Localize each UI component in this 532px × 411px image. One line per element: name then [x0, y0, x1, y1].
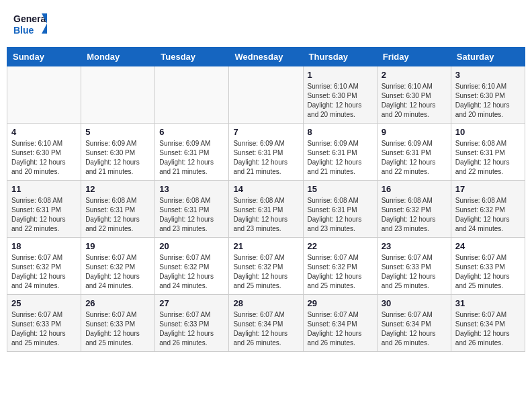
calendar-cell — [229, 66, 303, 124]
calendar-cell: 7Sunrise: 6:09 AM Sunset: 6:31 PM Daylig… — [229, 124, 303, 181]
calendar-cell: 1Sunrise: 6:10 AM Sunset: 6:30 PM Daylig… — [303, 66, 377, 124]
day-number: 7 — [233, 127, 298, 137]
day-number: 16 — [382, 184, 447, 194]
day-number: 4 — [11, 127, 77, 137]
week-row-1: 1Sunrise: 6:10 AM Sunset: 6:30 PM Daylig… — [7, 66, 525, 124]
week-row-4: 18Sunrise: 6:07 AM Sunset: 6:32 PM Dayli… — [7, 238, 525, 295]
calendar-cell: 3Sunrise: 6:10 AM Sunset: 6:30 PM Daylig… — [451, 66, 525, 124]
day-number: 9 — [382, 127, 447, 137]
day-info: Sunrise: 6:07 AM Sunset: 6:32 PM Dayligh… — [233, 253, 298, 291]
calendar-cell: 26Sunrise: 6:07 AM Sunset: 6:33 PM Dayli… — [81, 295, 155, 352]
day-number: 22 — [308, 241, 373, 251]
calendar-cell: 12Sunrise: 6:08 AM Sunset: 6:31 PM Dayli… — [81, 181, 155, 238]
day-info: Sunrise: 6:07 AM Sunset: 6:33 PM Dayligh… — [11, 310, 77, 348]
calendar-cell: 23Sunrise: 6:07 AM Sunset: 6:33 PM Dayli… — [377, 238, 451, 295]
day-info: Sunrise: 6:07 AM Sunset: 6:33 PM Dayligh… — [85, 310, 150, 348]
calendar-cell: 22Sunrise: 6:07 AM Sunset: 6:32 PM Dayli… — [303, 238, 377, 295]
day-number: 6 — [159, 127, 224, 137]
calendar-cell: 8Sunrise: 6:09 AM Sunset: 6:31 PM Daylig… — [303, 124, 377, 181]
day-number: 10 — [455, 127, 521, 137]
calendar-cell: 9Sunrise: 6:09 AM Sunset: 6:31 PM Daylig… — [377, 124, 451, 181]
calendar-cell — [7, 66, 81, 124]
calendar-cell: 28Sunrise: 6:07 AM Sunset: 6:34 PM Dayli… — [229, 295, 303, 352]
day-info: Sunrise: 6:07 AM Sunset: 6:32 PM Dayligh… — [159, 253, 224, 291]
calendar-cell: 5Sunrise: 6:09 AM Sunset: 6:30 PM Daylig… — [81, 124, 155, 181]
day-info: Sunrise: 6:07 AM Sunset: 6:34 PM Dayligh… — [455, 310, 521, 348]
calendar-cell: 18Sunrise: 6:07 AM Sunset: 6:32 PM Dayli… — [7, 238, 81, 295]
day-info: Sunrise: 6:09 AM Sunset: 6:31 PM Dayligh… — [233, 139, 298, 177]
day-number: 15 — [308, 184, 373, 194]
calendar-cell: 17Sunrise: 6:08 AM Sunset: 6:32 PM Dayli… — [451, 181, 525, 238]
logo-svg: GeneralBlue — [13, 10, 47, 37]
calendar-cell: 14Sunrise: 6:08 AM Sunset: 6:31 PM Dayli… — [229, 181, 303, 238]
calendar-cell: 31Sunrise: 6:07 AM Sunset: 6:34 PM Dayli… — [451, 295, 525, 352]
calendar-cell: 2Sunrise: 6:10 AM Sunset: 6:30 PM Daylig… — [377, 66, 451, 124]
calendar-cell — [155, 66, 229, 124]
day-number: 26 — [85, 298, 150, 308]
calendar-cell: 13Sunrise: 6:08 AM Sunset: 6:31 PM Dayli… — [155, 181, 229, 238]
day-info: Sunrise: 6:09 AM Sunset: 6:31 PM Dayligh… — [159, 139, 224, 177]
day-number: 19 — [85, 241, 150, 251]
day-number: 30 — [382, 298, 447, 308]
day-number: 13 — [159, 184, 224, 194]
day-info: Sunrise: 6:07 AM Sunset: 6:34 PM Dayligh… — [308, 310, 373, 348]
calendar-table: SundayMondayTuesdayWednesdayThursdayFrid… — [7, 47, 525, 352]
day-info: Sunrise: 6:10 AM Sunset: 6:30 PM Dayligh… — [308, 82, 373, 120]
day-number: 27 — [159, 298, 224, 308]
day-info: Sunrise: 6:08 AM Sunset: 6:31 PM Dayligh… — [233, 196, 298, 234]
day-number: 31 — [455, 298, 521, 308]
calendar-cell: 15Sunrise: 6:08 AM Sunset: 6:31 PM Dayli… — [303, 181, 377, 238]
weekday-header-tuesday: Tuesday — [155, 48, 229, 66]
day-info: Sunrise: 6:10 AM Sunset: 6:30 PM Dayligh… — [382, 82, 447, 120]
day-number: 17 — [455, 184, 521, 194]
calendar-cell: 24Sunrise: 6:07 AM Sunset: 6:33 PM Dayli… — [451, 238, 525, 295]
weekday-header-monday: Monday — [81, 48, 155, 66]
day-info: Sunrise: 6:08 AM Sunset: 6:31 PM Dayligh… — [85, 196, 150, 234]
calendar-cell: 16Sunrise: 6:08 AM Sunset: 6:32 PM Dayli… — [377, 181, 451, 238]
day-info: Sunrise: 6:09 AM Sunset: 6:31 PM Dayligh… — [308, 139, 373, 177]
day-number: 12 — [85, 184, 150, 194]
day-number: 14 — [233, 184, 298, 194]
day-number: 20 — [159, 241, 224, 251]
day-info: Sunrise: 6:08 AM Sunset: 6:32 PM Dayligh… — [455, 196, 521, 234]
calendar-cell: 19Sunrise: 6:07 AM Sunset: 6:32 PM Dayli… — [81, 238, 155, 295]
calendar-cell: 20Sunrise: 6:07 AM Sunset: 6:32 PM Dayli… — [155, 238, 229, 295]
day-number: 8 — [308, 127, 373, 137]
calendar-cell: 27Sunrise: 6:07 AM Sunset: 6:33 PM Dayli… — [155, 295, 229, 352]
day-info: Sunrise: 6:07 AM Sunset: 6:32 PM Dayligh… — [85, 253, 150, 291]
day-info: Sunrise: 6:09 AM Sunset: 6:31 PM Dayligh… — [382, 139, 447, 177]
day-number: 28 — [233, 298, 298, 308]
day-info: Sunrise: 6:08 AM Sunset: 6:31 PM Dayligh… — [455, 139, 521, 177]
day-number: 24 — [455, 241, 521, 251]
calendar-cell — [81, 66, 155, 124]
svg-text:General: General — [13, 13, 47, 24]
day-info: Sunrise: 6:08 AM Sunset: 6:31 PM Dayligh… — [11, 196, 77, 234]
day-number: 3 — [455, 70, 521, 80]
day-number: 1 — [308, 70, 373, 80]
calendar-cell: 29Sunrise: 6:07 AM Sunset: 6:34 PM Dayli… — [303, 295, 377, 352]
day-info: Sunrise: 6:07 AM Sunset: 6:33 PM Dayligh… — [382, 253, 447, 291]
day-number: 2 — [382, 70, 447, 80]
day-info: Sunrise: 6:07 AM Sunset: 6:33 PM Dayligh… — [455, 253, 521, 291]
calendar-cell: 30Sunrise: 6:07 AM Sunset: 6:34 PM Dayli… — [377, 295, 451, 352]
calendar-cell: 10Sunrise: 6:08 AM Sunset: 6:31 PM Dayli… — [451, 124, 525, 181]
day-number: 5 — [85, 127, 150, 137]
day-number: 21 — [233, 241, 298, 251]
weekday-header-friday: Friday — [377, 48, 451, 66]
day-info: Sunrise: 6:07 AM Sunset: 6:34 PM Dayligh… — [382, 310, 447, 348]
calendar-cell: 25Sunrise: 6:07 AM Sunset: 6:33 PM Dayli… — [7, 295, 81, 352]
day-number: 18 — [11, 241, 77, 251]
day-info: Sunrise: 6:10 AM Sunset: 6:30 PM Dayligh… — [455, 82, 521, 120]
day-info: Sunrise: 6:07 AM Sunset: 6:34 PM Dayligh… — [233, 310, 298, 348]
svg-text:Blue: Blue — [13, 25, 34, 36]
day-info: Sunrise: 6:07 AM Sunset: 6:32 PM Dayligh… — [308, 253, 373, 291]
calendar-cell: 21Sunrise: 6:07 AM Sunset: 6:32 PM Dayli… — [229, 238, 303, 295]
day-info: Sunrise: 6:08 AM Sunset: 6:31 PM Dayligh… — [159, 196, 224, 234]
logo: GeneralBlue — [13, 10, 47, 37]
week-row-2: 4Sunrise: 6:10 AM Sunset: 6:30 PM Daylig… — [7, 124, 525, 181]
page-header: GeneralBlue — [7, 7, 525, 40]
day-info: Sunrise: 6:09 AM Sunset: 6:30 PM Dayligh… — [85, 139, 150, 177]
day-number: 29 — [308, 298, 373, 308]
weekday-header-row: SundayMondayTuesdayWednesdayThursdayFrid… — [7, 48, 525, 66]
day-number: 11 — [11, 184, 77, 194]
